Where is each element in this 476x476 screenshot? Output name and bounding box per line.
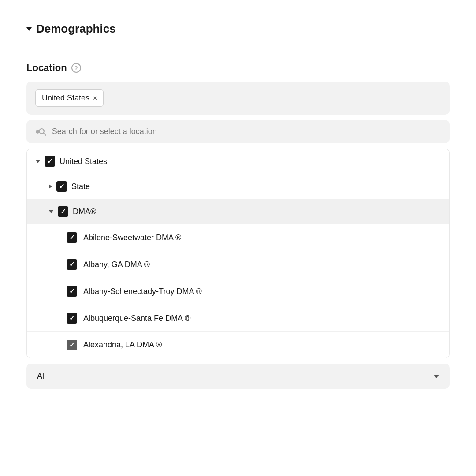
united-states-checkbox[interactable]: ✓ <box>45 156 55 167</box>
dma-tree-label: DMA® <box>73 207 96 216</box>
demographics-chevron-icon <box>26 27 32 31</box>
dma-item-4[interactable]: ✓ Albuquerque-Santa Fe DMA ® <box>27 305 449 331</box>
dma-checkbox[interactable]: ✓ <box>58 206 68 217</box>
dma-item-4-checkbox[interactable]: ✓ <box>67 313 77 324</box>
dma-item-2-checkbox[interactable]: ✓ <box>67 259 77 270</box>
united-states-tree-label: United States <box>60 157 107 166</box>
dma-item-5-checkbox[interactable]: ✓ <box>67 340 77 350</box>
location-field-group: Location ? United States × ●○ <box>26 62 450 389</box>
state-checkbox[interactable]: ✓ <box>56 181 67 192</box>
dma-item-3-label: Albany-Schenectady-Troy DMA ® <box>83 287 202 296</box>
dma-item-2[interactable]: ✓ Albany, GA DMA ® <box>27 251 449 278</box>
demographics-section-header[interactable]: Demographics <box>26 22 450 36</box>
dma-item-1[interactable]: ✓ Abilene-Sweetwater DMA ® <box>27 224 449 251</box>
all-dropdown[interactable]: All <box>26 364 450 389</box>
dma-item-4-label: Albuquerque-Santa Fe DMA ® <box>83 314 190 323</box>
tree-item-dma[interactable]: ✓ DMA® <box>27 199 449 224</box>
state-chevron-icon <box>49 184 52 189</box>
dma-item-2-label: Albany, GA DMA ® <box>83 260 150 269</box>
united-states-chevron-icon <box>36 160 40 163</box>
dma-chevron-icon <box>49 210 53 213</box>
dma-item-1-label: Abilene-Sweetwater DMA ® <box>83 233 181 242</box>
tree-item-state[interactable]: ✓ State <box>27 174 449 199</box>
dma-item-5-label: Alexandria, LA DMA ® <box>83 340 162 350</box>
search-svg-icon <box>38 127 47 136</box>
selected-tags-container: United States × <box>26 82 450 115</box>
united-states-tag[interactable]: United States × <box>35 89 104 107</box>
location-label-row: Location ? <box>26 62 450 74</box>
demographics-title: Demographics <box>36 22 116 36</box>
tree-item-united-states[interactable]: ✓ United States <box>27 149 449 174</box>
dma-item-5-partial[interactable]: ✓ Alexandria, LA DMA ® <box>27 331 449 358</box>
location-label: Location <box>26 62 67 74</box>
dma-item-3-checkbox[interactable]: ✓ <box>67 286 77 297</box>
svg-line-1 <box>44 133 46 135</box>
dma-item-3[interactable]: ✓ Albany-Schenectady-Troy DMA ® <box>27 278 449 305</box>
location-help-icon[interactable]: ? <box>71 63 81 73</box>
tag-remove-icon[interactable]: × <box>93 94 97 102</box>
dma-items-container: ✓ Abilene-Sweetwater DMA ® ✓ Albany, GA … <box>27 224 449 358</box>
all-dropdown-label: All <box>37 372 46 381</box>
all-dropdown-chevron-icon <box>434 375 439 378</box>
state-tree-label: State <box>71 182 90 191</box>
location-search-box[interactable]: ●○ <box>26 120 450 143</box>
location-tree: ✓ United States ✓ State ✓ DMA® <box>26 149 450 358</box>
tag-label: United States <box>42 93 89 103</box>
dma-item-1-checkbox[interactable]: ✓ <box>67 232 77 243</box>
location-search-input[interactable] <box>52 127 441 136</box>
